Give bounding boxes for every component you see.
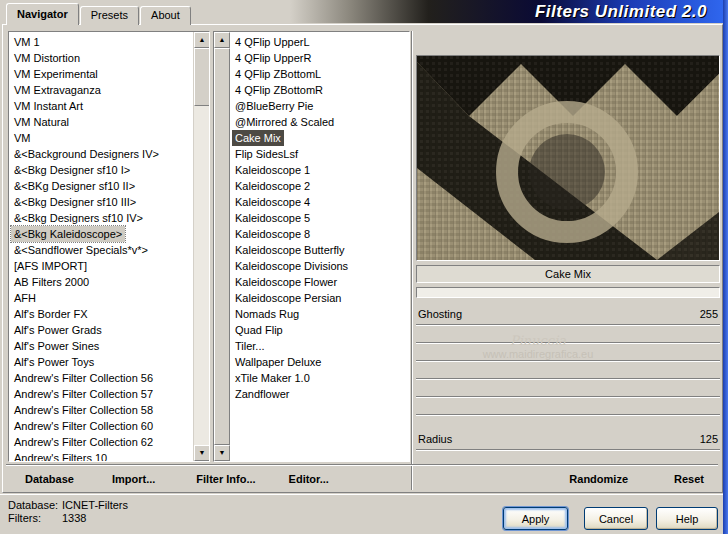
database-button[interactable]: Database [25,473,74,485]
list-item[interactable]: &<Bkg Designer sf10 I> [11,162,193,178]
list-item[interactable]: Andrew's Filter Collection 58 [11,402,193,418]
list-item[interactable]: VM 1 [11,34,193,50]
list-item[interactable]: Kaleidoscope 1 [232,162,409,178]
list-item[interactable]: 4 QFlip ZBottomL [232,66,409,82]
progress-bar [416,287,720,298]
list-item[interactable]: AFH [11,290,193,306]
filters-unlimited-window: Filters Unlimited 2.0 NavigatorPresetsAb… [0,0,728,534]
list-item[interactable]: 4 QFlip UpperL [232,34,409,50]
list-item[interactable]: Kaleidoscope Divisions [232,258,409,274]
slider-row-ghosting: Ghosting255 [416,307,720,321]
scrollbar-track[interactable] [194,106,209,445]
filter-info-button[interactable]: Filter Info... [196,473,255,485]
list-item[interactable]: VM [11,130,193,146]
list-item[interactable]: Alf's Power Toys [11,354,193,370]
slider-track-radius[interactable] [416,449,720,451]
reset-button[interactable]: Reset [674,473,704,485]
help-button[interactable]: Help [656,507,718,530]
watermark: Pinuccia www.maidiregrafica.eu [428,333,648,360]
list-item[interactable]: Quad Flip [232,322,409,338]
slider-track-empty [416,396,720,398]
list-item[interactable]: Andrew's Filter Collection 60 [11,418,193,434]
list-item[interactable]: Kaleidoscope Persian [232,290,409,306]
slider-value: 255 [700,307,718,321]
list-item[interactable]: Andrew's Filter Collection 57 [11,386,193,402]
filter-list-items: 4 QFlip UpperL4 QFlip UpperR4 QFlip ZBot… [230,32,409,461]
scroll-up-icon[interactable]: ▲ [214,32,230,48]
title-banner: Filters Unlimited 2.0 [290,0,723,23]
list-item[interactable]: VM Extravaganza [11,82,193,98]
list-item[interactable]: AB Filters 2000 [11,274,193,290]
slider-track-empty [416,414,720,416]
list-item[interactable]: Nomads Rug [232,306,409,322]
list-item[interactable]: Alf's Power Sines [11,338,193,354]
randomize-button[interactable]: Randomize [569,473,628,485]
list-item[interactable]: xTile Maker 1.0 [232,370,409,386]
slider-track-ghosting[interactable] [416,324,720,326]
list-item[interactable]: &<Background Designers IV> [11,146,193,162]
list-item[interactable]: Flip SidesLsf [232,146,409,162]
window-border [723,0,728,534]
list-item[interactable]: Zandflower [232,386,409,402]
filter-list: ▲ ▼ 4 QFlip UpperL4 QFlip UpperR4 QFlip … [213,31,410,462]
filters-label: Filters: [8,512,62,525]
watermark-line1: Pinuccia [428,333,648,348]
tab-about[interactable]: About [140,6,191,25]
list-item[interactable]: Kaleidoscope Flower [232,274,409,290]
tab-navigator[interactable]: Navigator [6,3,79,25]
slider-label: Radius [418,432,452,446]
scrollbar-thumb[interactable] [194,48,210,106]
app-title: Filters Unlimited 2.0 [535,2,707,22]
list-item[interactable]: Kaleidoscope 8 [232,226,409,242]
list-item[interactable]: Kaleidoscope 2 [232,178,409,194]
list-item[interactable]: [AFS IMPORT] [11,258,193,274]
status-area: Database: ICNET-Filters Filters: 1338 [8,499,128,525]
list-item[interactable]: Cake Mix [232,130,284,146]
list-item[interactable]: Tiler... [232,338,409,354]
toolbar-left: DatabaseImport...Filter Info...Editor... [8,469,408,489]
scroll-down-icon[interactable]: ▼ [194,445,210,461]
list-item[interactable]: Kaleidoscope 4 [232,194,409,210]
list-item[interactable]: VM Experimental [11,66,193,82]
database-label: Database: [8,499,62,512]
list-item[interactable]: Wallpaper Deluxe [232,354,409,370]
slider-row-radius: Radius125 [416,432,720,446]
list-item[interactable]: &<Bkg Designers sf10 IV> [11,210,193,226]
bottom-bar: Database: ICNET-Filters Filters: 1338 Ap… [0,494,723,534]
filters-value: 1338 [62,512,128,525]
list-item[interactable]: @BlueBerry Pie [232,98,409,114]
filter-scrollbar[interactable]: ▲ ▼ [214,32,230,461]
preview-image [416,55,720,261]
slider-track-empty [416,378,720,380]
list-item[interactable]: Alf's Power Grads [11,322,193,338]
list-item[interactable]: Kaleidoscope Butterfly [232,242,409,258]
list-item[interactable]: VM Distortion [11,50,193,66]
list-item[interactable]: &<Bkg Designer sf10 III> [11,194,193,210]
list-item[interactable]: VM Instant Art [11,98,193,114]
slider-value: 125 [700,432,718,446]
toolbar-divider [6,464,718,466]
import-button[interactable]: Import... [112,473,155,485]
apply-button[interactable]: Apply [503,507,568,530]
cancel-button[interactable]: Cancel [584,507,648,530]
list-item[interactable]: Andrew's Filters 10 [11,450,193,461]
scroll-down-icon[interactable]: ▼ [214,445,230,461]
list-item[interactable]: &<BKg Designer sf10 II> [11,178,193,194]
list-item[interactable]: Andrew's Filter Collection 62 [11,434,193,450]
kaleidoscope-preview-graphic [417,56,719,260]
list-item[interactable]: Kaleidoscope 5 [232,210,409,226]
list-item[interactable]: 4 QFlip UpperR [232,50,409,66]
list-item[interactable]: @Mirrored & Scaled [232,114,409,130]
scrollbar-thumb[interactable] [214,48,230,445]
scroll-up-icon[interactable]: ▲ [194,32,210,48]
list-item[interactable]: Andrew's Filter Collection 56 [11,370,193,386]
list-item[interactable]: Alf's Border FX [11,306,193,322]
list-item[interactable]: &<Sandflower Specials*v*> [11,242,193,258]
list-item[interactable]: VM Natural [11,114,193,130]
editor-button[interactable]: Editor... [289,473,329,485]
list-item[interactable]: 4 QFlip ZBottomR [232,82,409,98]
list-item[interactable]: &<Bkg Kaleidoscope> [11,226,125,242]
tab-presets[interactable]: Presets [80,6,139,25]
category-scrollbar[interactable]: ▲ ▼ [193,32,209,461]
tab-bar: NavigatorPresetsAbout [6,3,192,25]
